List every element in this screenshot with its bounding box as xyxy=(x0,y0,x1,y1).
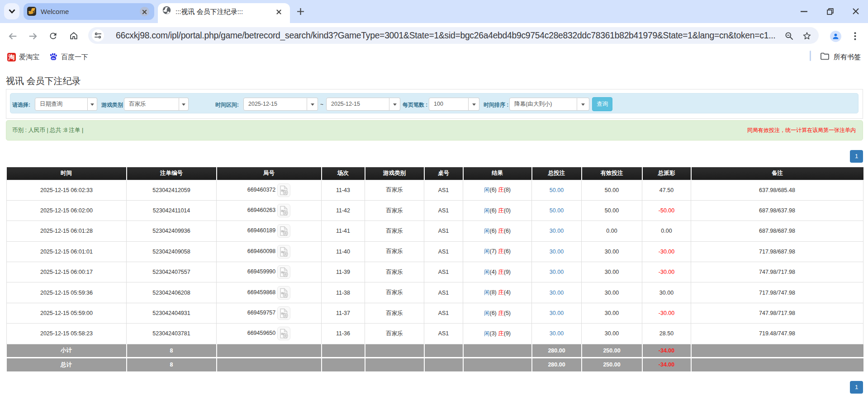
svg-text:du: du xyxy=(52,56,55,60)
